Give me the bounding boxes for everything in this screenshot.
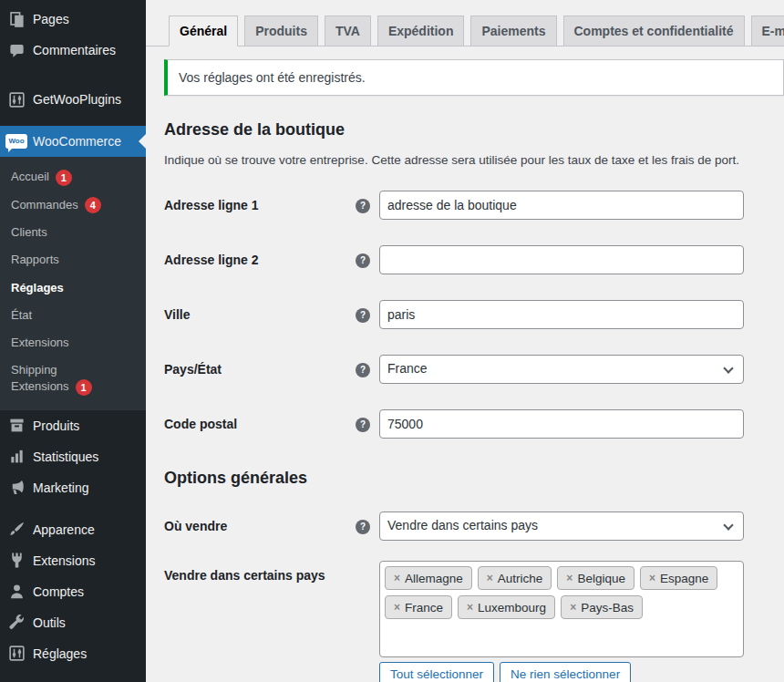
city-row: Ville ? — [164, 287, 784, 342]
comments-icon — [0, 42, 33, 59]
tab-comptes-confidentialite[interactable]: Comptes et confidentialité — [563, 16, 745, 46]
order-count-badge: 4 — [85, 197, 101, 213]
update-count-badge: 1 — [76, 379, 92, 396]
update-count-badge: 1 — [56, 170, 72, 186]
sidebar-item-label: Outils — [33, 615, 66, 630]
submenu-item-shipping-extensions[interactable]: Shipping Extensions1 — [0, 356, 119, 401]
store-address-description: Indique où se trouve votre entreprise. C… — [164, 153, 784, 167]
sidebar-item-statistiques[interactable]: Statistiques — [0, 441, 146, 472]
current-menu-arrow — [131, 134, 146, 149]
notice-text: Vos réglages ont été enregistrés. — [179, 70, 366, 85]
submenu-item-rapports[interactable]: Rapports — [0, 246, 146, 274]
help-icon[interactable]: ? — [356, 418, 370, 432]
remove-tag-icon[interactable]: × — [649, 572, 655, 584]
address-line1-label: Adresse ligne 1 — [164, 198, 356, 212]
remove-tag-icon[interactable]: × — [394, 572, 400, 584]
sell-countries-label: Vendre dans certains pays — [164, 561, 356, 583]
postcode-label: Code postal — [164, 417, 356, 431]
tab-paiements[interactable]: Paiements — [470, 16, 556, 46]
remove-tag-icon[interactable]: × — [467, 601, 473, 614]
remove-tag-icon[interactable]: × — [570, 601, 576, 614]
submenu-item-etat[interactable]: État — [0, 302, 146, 329]
submenu-item-commandes[interactable]: Commandes4 — [0, 191, 146, 220]
sliders-icon — [0, 645, 33, 662]
bar-chart-icon — [0, 448, 33, 465]
address-line2-row: Adresse ligne 2 ? — [164, 232, 784, 287]
sidebar-item-outils[interactable]: Outils — [0, 607, 146, 638]
selling-location-select[interactable]: Vendre dans certains pays — [379, 512, 744, 541]
general-options-heading: Options générales — [164, 469, 784, 488]
sell-countries-row: Vendre dans certains pays ×Allemagne ×Au… — [164, 553, 784, 682]
brush-icon — [0, 521, 33, 538]
tab-tva[interactable]: TVA — [325, 16, 371, 46]
chevron-down-icon — [723, 520, 733, 530]
woocommerce-submenu: Accueil1 Commandes4 Clients Rapports Rég… — [0, 157, 146, 410]
selling-location-row: Où vendre ? Vendre dans certains pays — [164, 499, 784, 553]
city-label: Ville — [164, 307, 356, 322]
sidebar-item-label: WooCommerce — [33, 134, 121, 149]
admin-sidebar: Pages Commentaires GetWooPlugins Woo Woo… — [0, 0, 146, 682]
help-icon[interactable]: ? — [356, 308, 370, 323]
remove-tag-icon[interactable]: × — [566, 572, 573, 584]
sidebar-item-label: Produits — [33, 418, 79, 433]
sidebar-item-marketing[interactable]: Marketing — [0, 472, 146, 503]
user-icon — [0, 583, 33, 600]
selling-location-value: Vendre dans certains pays — [387, 518, 538, 532]
settings-page: Général Produits TVA Expédition Paiement… — [146, 0, 784, 682]
tab-produits[interactable]: Produits — [244, 16, 318, 46]
address-line1-row: Adresse ligne 1 ? — [164, 178, 784, 232]
help-icon[interactable]: ? — [356, 363, 370, 377]
help-icon[interactable]: ? — [356, 253, 370, 268]
sidebar-item-label: Pages — [33, 12, 69, 26]
sliders-icon — [0, 91, 33, 108]
sidebar-item-apparence[interactable]: Apparence — [0, 514, 146, 545]
store-address-form: Adresse ligne 1 ? Adresse ligne 2 ? Vill… — [164, 178, 784, 451]
submenu-item-extensions[interactable]: Extensions — [0, 329, 146, 356]
sidebar-item-comptes[interactable]: Comptes — [0, 576, 146, 607]
sidebar-item-pages[interactable]: Pages — [0, 4, 146, 35]
city-input[interactable] — [379, 300, 744, 329]
country-label: Pays/État — [164, 362, 356, 377]
country-tag: ×Espagne — [640, 566, 717, 590]
help-icon[interactable]: ? — [356, 199, 370, 213]
help-icon[interactable]: ? — [356, 520, 370, 534]
country-tag: ×Belgique — [557, 566, 634, 590]
submenu-item-clients[interactable]: Clients — [0, 219, 146, 246]
general-options-form: Où vendre ? Vendre dans certains pays Ve… — [164, 499, 784, 682]
address-line2-input[interactable] — [379, 245, 744, 274]
sidebar-item-reglages-main[interactable]: Réglages — [0, 638, 146, 669]
country-row: Pays/État ? France — [164, 342, 784, 397]
remove-tag-icon[interactable]: × — [394, 601, 400, 614]
sidebar-item-label: Commentaires — [33, 43, 116, 57]
pages-icon — [0, 11, 33, 28]
tab-emails[interactable]: E-mails — [751, 16, 784, 46]
select-all-button[interactable]: Tout sélectionner — [379, 662, 494, 682]
postcode-input[interactable] — [379, 409, 744, 439]
address-line2-label: Adresse ligne 2 — [164, 253, 356, 267]
store-address-heading: Adresse de la boutique — [164, 120, 784, 140]
remove-tag-icon[interactable]: × — [487, 572, 493, 584]
sidebar-item-woocommerce[interactable]: Woo WooCommerce — [0, 126, 146, 157]
sidebar-item-label: Marketing — [33, 480, 88, 495]
select-none-button[interactable]: Ne rien sélectionner — [500, 662, 631, 682]
sidebar-item-extensions-main[interactable]: Extensions — [0, 545, 146, 576]
postcode-row: Code postal ? — [164, 397, 784, 451]
country-select[interactable]: France — [379, 355, 744, 384]
sidebar-item-label: Réglages — [33, 646, 87, 661]
sidebar-item-label: GetWooPlugins — [33, 92, 121, 107]
sell-countries-multiselect[interactable]: ×Allemagne ×Autriche ×Belgique ×Espagne … — [379, 561, 744, 657]
submenu-item-accueil[interactable]: Accueil1 — [0, 163, 146, 191]
sidebar-item-getwooplugins[interactable]: GetWooPlugins — [0, 84, 146, 115]
sidebar-item-comments[interactable]: Commentaires — [0, 35, 146, 66]
sidebar-item-produits[interactable]: Produits — [0, 410, 146, 441]
settings-saved-notice: Vos réglages ont été enregistrés. — [164, 59, 784, 96]
address-line1-input[interactable] — [379, 191, 744, 220]
submenu-item-reglages[interactable]: Réglages — [0, 274, 146, 302]
sidebar-item-label: Statistiques — [33, 450, 98, 464]
tab-general[interactable]: Général — [169, 16, 238, 46]
settings-tabs: Général Produits TVA Expédition Paiement… — [146, 0, 784, 46]
country-tag: ×Luxembourg — [458, 595, 555, 619]
products-icon — [0, 417, 33, 434]
tab-expedition[interactable]: Expédition — [377, 16, 465, 46]
plug-icon — [0, 552, 33, 569]
